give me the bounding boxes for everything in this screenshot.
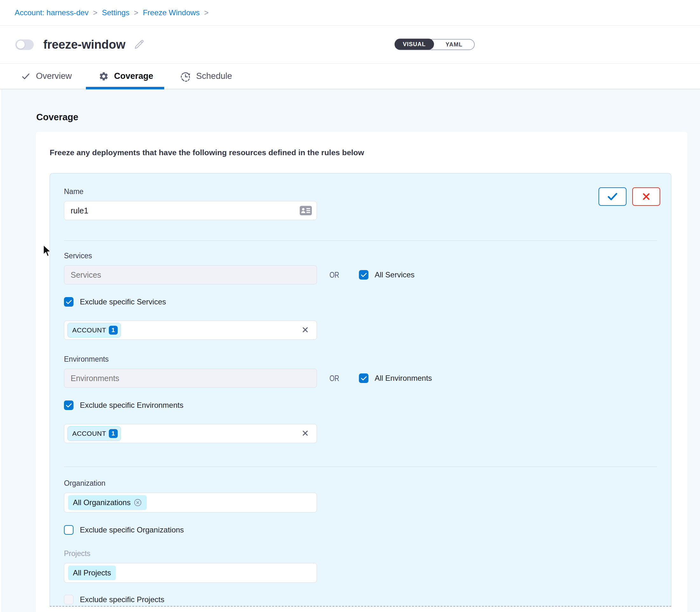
or-label: OR bbox=[329, 374, 339, 383]
services-label: Services bbox=[64, 252, 657, 260]
left-rail bbox=[0, 89, 2, 612]
schedule-clock-icon bbox=[180, 71, 191, 82]
coverage-card: Freeze any deployments that have the fol… bbox=[36, 132, 688, 612]
all-projects-chip: All Projects bbox=[68, 566, 116, 580]
chip-label: All Organizations bbox=[73, 498, 131, 507]
page-header: freeze-window VISUAL YAML bbox=[0, 26, 700, 64]
section-divider bbox=[64, 240, 657, 241]
confirm-rule-button[interactable] bbox=[599, 187, 627, 206]
chip-label: All Projects bbox=[73, 568, 111, 577]
breadcrumb-separator: > bbox=[134, 8, 138, 17]
breadcrumb-account-link[interactable]: Account: harness-dev bbox=[15, 8, 88, 17]
excluded-environments-account-chip[interactable]: ACCOUNT 1 bbox=[67, 426, 121, 441]
chip-count-badge: 1 bbox=[109, 326, 118, 335]
all-environments-label: All Environments bbox=[375, 374, 432, 382]
projects-label: Projects bbox=[64, 550, 657, 558]
tab-schedule[interactable]: Schedule bbox=[180, 64, 232, 89]
breadcrumb-separator: > bbox=[93, 8, 97, 17]
all-services-label: All Services bbox=[375, 270, 415, 279]
page-title: freeze-window bbox=[43, 38, 125, 52]
rule-actions bbox=[599, 187, 660, 206]
visual-toggle-option[interactable]: VISUAL bbox=[395, 39, 434, 50]
exclude-services-checkbox[interactable] bbox=[64, 297, 73, 307]
exclude-projects-checkbox[interactable] bbox=[64, 595, 73, 604]
freeze-rule-card: Name Services OR All Services Exclude sp… bbox=[50, 173, 671, 607]
visual-yaml-toggle[interactable]: VISUAL YAML bbox=[395, 39, 475, 50]
organization-input[interactable]: All Organizations bbox=[64, 493, 317, 512]
tab-label: Overview bbox=[36, 71, 72, 81]
chip-count-badge: 1 bbox=[109, 429, 118, 438]
clear-excluded-services-icon[interactable]: ✕ bbox=[302, 326, 309, 335]
section-divider bbox=[64, 467, 657, 467]
tab-overview[interactable]: Overview bbox=[21, 64, 72, 89]
breadcrumb-settings-link[interactable]: Settings bbox=[102, 8, 129, 17]
name-label: Name bbox=[64, 187, 657, 196]
excluded-environments-input[interactable]: ACCOUNT 1 ✕ bbox=[64, 424, 317, 443]
delete-rule-button[interactable] bbox=[632, 187, 660, 206]
exclude-organizations-label: Exclude specific Organizations bbox=[80, 526, 184, 534]
freeze-window-tabs: Overview Coverage Schedule bbox=[0, 64, 700, 89]
rule-name-input[interactable] bbox=[64, 201, 317, 220]
gear-icon bbox=[99, 71, 109, 81]
clear-excluded-environments-icon[interactable]: ✕ bbox=[302, 429, 309, 438]
or-label: OR bbox=[329, 270, 339, 280]
exclude-environments-checkbox[interactable] bbox=[64, 401, 73, 410]
environments-input[interactable] bbox=[64, 368, 317, 388]
chip-scope-label: ACCOUNT bbox=[72, 326, 106, 334]
freeze-enabled-toggle[interactable] bbox=[15, 39, 34, 50]
remove-chip-icon[interactable] bbox=[134, 498, 142, 507]
all-services-checkbox[interactable] bbox=[359, 270, 369, 280]
environments-label: Environments bbox=[64, 355, 657, 364]
tab-coverage[interactable]: Coverage bbox=[99, 64, 153, 89]
id-card-icon[interactable] bbox=[300, 206, 312, 215]
projects-input[interactable]: All Projects bbox=[64, 563, 317, 583]
excluded-services-input[interactable]: ACCOUNT 1 ✕ bbox=[64, 321, 317, 340]
exclude-organizations-checkbox[interactable] bbox=[64, 525, 73, 535]
breadcrumb-separator: > bbox=[204, 8, 209, 17]
edit-pencil-icon[interactable] bbox=[134, 39, 145, 50]
all-environments-checkbox[interactable] bbox=[359, 373, 369, 383]
all-organizations-chip[interactable]: All Organizations bbox=[68, 495, 147, 510]
yaml-toggle-option[interactable]: YAML bbox=[434, 41, 474, 48]
exclude-projects-label: Exclude specific Projects bbox=[80, 595, 164, 604]
check-icon bbox=[21, 72, 30, 81]
toggle-knob bbox=[16, 40, 25, 49]
tab-label: Schedule bbox=[196, 71, 232, 81]
coverage-intro-text: Freeze any deployments that have the fol… bbox=[50, 148, 674, 157]
organization-label: Organization bbox=[64, 479, 657, 488]
excluded-services-account-chip[interactable]: ACCOUNT 1 bbox=[67, 323, 121, 337]
tab-label: Coverage bbox=[114, 71, 153, 81]
exclude-environments-label: Exclude specific Environments bbox=[80, 401, 183, 410]
breadcrumb-freeze-windows-link[interactable]: Freeze Windows bbox=[143, 8, 200, 17]
chip-scope-label: ACCOUNT bbox=[72, 430, 106, 437]
exclude-services-label: Exclude specific Services bbox=[80, 297, 166, 306]
services-input[interactable] bbox=[64, 265, 317, 284]
coverage-section-title: Coverage bbox=[36, 112, 78, 123]
breadcrumb: Account: harness-dev > Settings > Freeze… bbox=[0, 0, 700, 26]
